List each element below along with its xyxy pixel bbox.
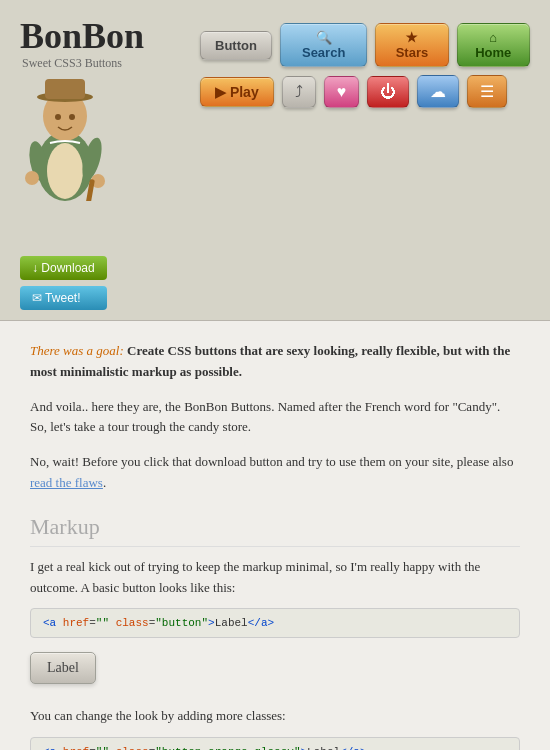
download-button[interactable]: ↓ Download — [20, 256, 107, 280]
intro-paragraph-2: And voila.. here they are, the BonBon Bu… — [30, 397, 520, 439]
demo-button-stars[interactable]: ✭ Stars — [375, 23, 448, 67]
markup-para-2: You can change the look by adding more c… — [30, 706, 520, 727]
markup-heading: Markup — [30, 514, 520, 547]
action-buttons: ↓ Download ✉ Tweet! — [20, 256, 107, 310]
demo-button-search[interactable]: 🔍 Search — [280, 23, 368, 67]
svg-point-1 — [47, 143, 83, 199]
demo-button-button[interactable]: Button — [200, 31, 272, 60]
markup-para-1: I get a real kick out of trying to keep … — [30, 557, 520, 599]
demo-button-home[interactable]: ⌂ Home — [457, 23, 530, 67]
code-block-2: <a href="" class="button orange glossy">… — [30, 737, 520, 750]
intro-paragraph-3: No, wait! Before you click that download… — [30, 452, 520, 494]
demo-button-power[interactable]: ⏻ — [367, 76, 409, 108]
content-area: There was a goal: Create CSS buttons tha… — [0, 321, 550, 750]
demo-row-1: Button 🔍 Search ✭ Stars ⌂ Home — [200, 23, 530, 67]
demo-label-button-1[interactable]: Label — [30, 652, 96, 684]
demo-button-rss[interactable]: ☰ — [467, 75, 507, 108]
header-left: BonBon Sweet CSS3 Buttons — [20, 18, 180, 310]
demo-button-play[interactable]: ▶ Play — [200, 77, 274, 107]
site-subtitle: Sweet CSS3 Buttons — [22, 56, 122, 71]
demo-row-2: ▶ Play ⤴ ♥ ⏻ ☁ ☰ — [200, 75, 530, 108]
svg-point-10 — [55, 114, 61, 120]
demo-button-heart[interactable]: ♥ — [324, 76, 360, 108]
header: BonBon Sweet CSS3 Buttons — [0, 0, 550, 320]
intro-paragraph-1: There was a goal: Create CSS buttons tha… — [30, 341, 520, 383]
demo-button-share[interactable]: ⤴ — [282, 76, 316, 108]
demo-area: Button 🔍 Search ✭ Stars ⌂ Home ▶ Play ⤴ … — [200, 18, 530, 116]
code-block-1: <a href="" class="button">Label</a> — [30, 608, 520, 638]
site-title: BonBon — [20, 18, 144, 54]
tweet-button[interactable]: ✉ Tweet! — [20, 286, 107, 310]
svg-point-11 — [69, 114, 75, 120]
svg-point-4 — [25, 171, 39, 185]
character-illustration — [20, 71, 110, 201]
demo-button-cloud[interactable]: ☁ — [417, 75, 459, 108]
intro-goal-label: There was a goal: — [30, 343, 124, 358]
svg-rect-9 — [45, 79, 85, 99]
read-flaws-link[interactable]: read the flaws — [30, 475, 103, 490]
